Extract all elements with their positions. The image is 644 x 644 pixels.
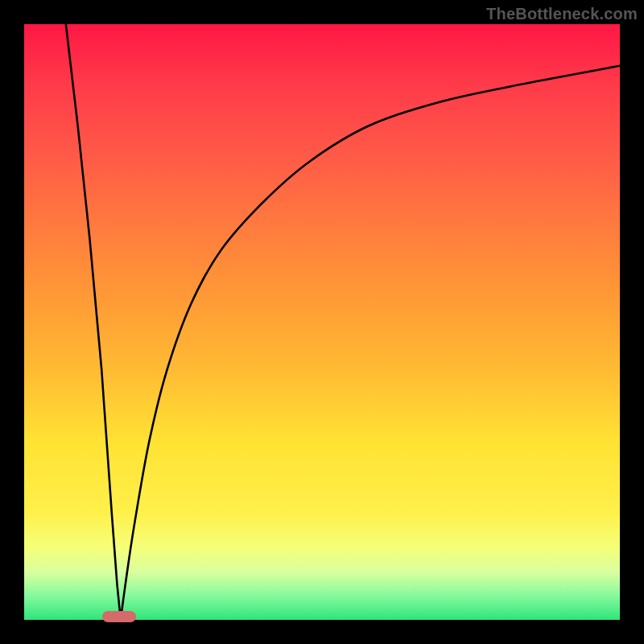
watermark-text: TheBottleneck.com bbox=[486, 5, 638, 23]
curve-left bbox=[66, 24, 121, 620]
bottleneck-marker bbox=[102, 611, 136, 622]
curve-right bbox=[121, 66, 620, 620]
chart-frame: TheBottleneck.com bbox=[0, 0, 644, 644]
curve-svg bbox=[24, 24, 620, 620]
plot-area bbox=[24, 24, 620, 620]
